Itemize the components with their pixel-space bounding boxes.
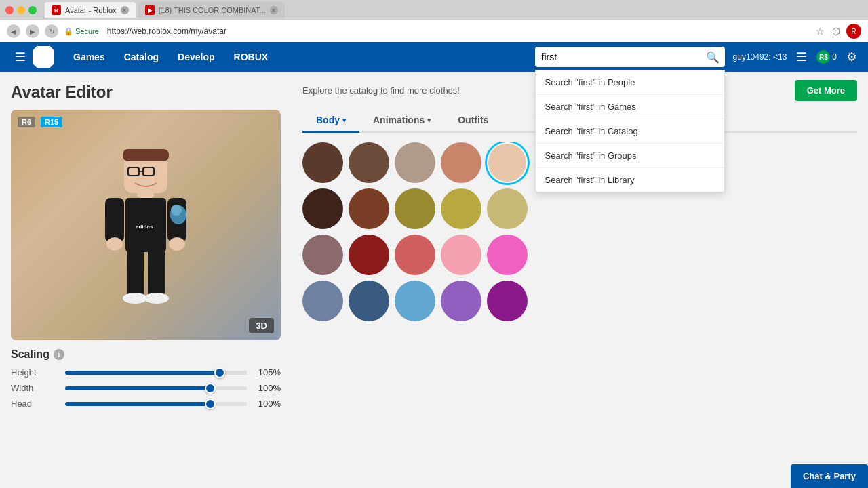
search-dropdown-groups[interactable]: Search "first" in Groups xyxy=(536,144,724,168)
color-swatch-18[interactable] xyxy=(441,281,481,321)
nav-links: Games Catalog Develop ROBUX xyxy=(64,42,277,72)
height-slider-fill xyxy=(65,371,220,375)
tab-outfits[interactable]: Outfits xyxy=(444,109,502,133)
color-swatch-16[interactable] xyxy=(349,281,389,321)
color-swatch-7[interactable] xyxy=(395,188,435,229)
forward-button[interactable]: ▶ xyxy=(26,24,39,38)
nav-link-catalog[interactable]: Catalog xyxy=(115,42,168,72)
badge-3d: 3D xyxy=(249,318,274,333)
search-input[interactable] xyxy=(535,47,725,67)
tab-label-roblox: Avatar - Roblox xyxy=(65,6,117,14)
chat-party-button[interactable]: Chat & Party xyxy=(791,464,868,488)
messages-icon[interactable]: ☰ xyxy=(793,47,810,67)
height-slider-track[interactable] xyxy=(65,371,247,375)
refresh-button[interactable]: ↻ xyxy=(45,24,58,38)
head-slider-fill xyxy=(65,402,210,406)
head-slider-track[interactable] xyxy=(65,402,247,406)
body-chevron-icon: ▾ xyxy=(342,117,346,124)
color-swatch-0[interactable] xyxy=(302,142,343,183)
search-dropdown-library[interactable]: Search "first" in Library xyxy=(536,168,724,192)
nav-user[interactable]: guy10492: <13 xyxy=(733,52,787,62)
fullscreen-traffic-light[interactable] xyxy=(28,6,37,14)
avatar-editor-title: Avatar Editor xyxy=(11,83,281,102)
color-swatch-14[interactable] xyxy=(487,235,528,275)
tab-animations[interactable]: Animations ▾ xyxy=(359,109,444,133)
nav-link-games[interactable]: Games xyxy=(64,42,115,72)
badge-r15: R15 xyxy=(41,117,62,127)
scaling-title: Scaling i xyxy=(11,348,281,361)
roblox-nav: ☰ Games Catalog Develop ROBUX 🔍 Search "… xyxy=(0,42,868,72)
browser-account-icon[interactable]: R xyxy=(846,24,861,39)
secure-text: Secure xyxy=(75,27,99,35)
color-swatch-4[interactable] xyxy=(487,142,528,183)
search-dropdown-catalog[interactable]: Search "first" in Catalog xyxy=(536,119,724,144)
color-swatch-3[interactable] xyxy=(441,142,481,183)
robux-count: 0 xyxy=(832,52,837,62)
color-swatch-2[interactable] xyxy=(395,142,435,183)
bookmark-icon[interactable]: ☆ xyxy=(814,25,826,37)
color-swatch-19[interactable] xyxy=(487,281,528,321)
width-slider-thumb[interactable] xyxy=(205,383,216,394)
avatar-figure: adidas xyxy=(78,123,214,340)
svg-rect-1 xyxy=(105,198,124,242)
animations-chevron-icon: ▾ xyxy=(427,117,431,124)
tab-body[interactable]: Body ▾ xyxy=(302,109,359,133)
minimize-traffic-light[interactable] xyxy=(17,6,25,14)
left-panel: Avatar Editor R6 R15 xyxy=(0,72,292,488)
roblox-logo[interactable] xyxy=(33,46,54,68)
tab-body-label: Body xyxy=(316,115,340,125)
tab-label-yt: (18) THIS COLOR COMBINAT... xyxy=(159,6,266,14)
robux-button[interactable]: R$ 0 xyxy=(816,50,837,64)
tab-close-yt[interactable]: ✕ xyxy=(270,6,278,14)
nav-right: guy10492: <13 ☰ R$ 0 ⚙ xyxy=(733,47,860,67)
svg-point-18 xyxy=(171,205,182,216)
width-label: Width xyxy=(11,383,58,393)
search-dropdown: Search "first" in People Search "first" … xyxy=(535,70,725,192)
color-swatch-13[interactable] xyxy=(441,235,481,275)
svg-point-8 xyxy=(144,293,169,304)
hamburger-button[interactable]: ☰ xyxy=(8,49,33,64)
color-swatch-12[interactable] xyxy=(395,235,435,275)
color-swatch-9[interactable] xyxy=(487,188,528,229)
url-input[interactable] xyxy=(104,25,808,37)
main-content: Avatar Editor R6 R15 xyxy=(0,72,868,488)
width-slider-fill xyxy=(65,386,210,390)
extensions-icon[interactable]: ⬡ xyxy=(830,25,842,37)
browser-chrome: R Avatar - Roblox ✕ ▶ (18) THIS COLOR CO… xyxy=(0,0,868,42)
height-value: 105% xyxy=(254,367,281,378)
svg-rect-12 xyxy=(123,149,169,161)
head-slider-thumb[interactable] xyxy=(205,399,216,409)
close-traffic-light[interactable] xyxy=(5,6,14,14)
browser-icons: ☆ ⬡ R xyxy=(814,24,861,39)
nav-link-robux[interactable]: ROBUX xyxy=(224,42,278,72)
color-swatch-11[interactable] xyxy=(349,235,389,275)
back-button[interactable]: ◀ xyxy=(7,24,20,38)
tab-close-roblox[interactable]: ✕ xyxy=(121,6,129,14)
scaling-label: Scaling xyxy=(11,348,50,361)
tab-animations-label: Animations xyxy=(373,115,425,125)
tab-youtube[interactable]: ▶ (18) THIS COLOR COMBINAT... ✕ xyxy=(138,2,285,18)
svg-point-4 xyxy=(169,237,185,251)
width-slider-track[interactable] xyxy=(65,386,247,390)
color-swatch-8[interactable] xyxy=(441,188,481,229)
scaling-section: Scaling i Height 105% Width 100% xyxy=(11,348,281,409)
svg-rect-6 xyxy=(148,249,165,297)
nav-link-develop[interactable]: Develop xyxy=(168,42,224,72)
tab-avatar-roblox[interactable]: R Avatar - Roblox ✕ xyxy=(45,2,136,18)
color-swatch-10[interactable] xyxy=(302,235,343,275)
search-dropdown-people[interactable]: Search "first" in People xyxy=(536,70,724,95)
search-dropdown-games[interactable]: Search "first" in Games xyxy=(536,95,724,119)
tab-bar: R Avatar - Roblox ✕ ▶ (18) THIS COLOR CO… xyxy=(0,0,868,20)
color-swatch-15[interactable] xyxy=(302,281,343,321)
color-swatch-5[interactable] xyxy=(302,188,343,229)
color-swatch-6[interactable] xyxy=(349,188,389,229)
height-slider-thumb[interactable] xyxy=(214,367,225,378)
scaling-info-icon[interactable]: i xyxy=(54,349,64,360)
search-submit-button[interactable]: 🔍 xyxy=(706,51,719,64)
lock-icon: 🔒 xyxy=(64,27,73,36)
color-swatch-17[interactable] xyxy=(395,281,435,321)
settings-icon[interactable]: ⚙ xyxy=(844,47,860,67)
color-swatch-1[interactable] xyxy=(349,142,389,183)
height-slider-row: Height 105% xyxy=(11,367,281,378)
get-more-button[interactable]: Get More xyxy=(795,80,857,101)
